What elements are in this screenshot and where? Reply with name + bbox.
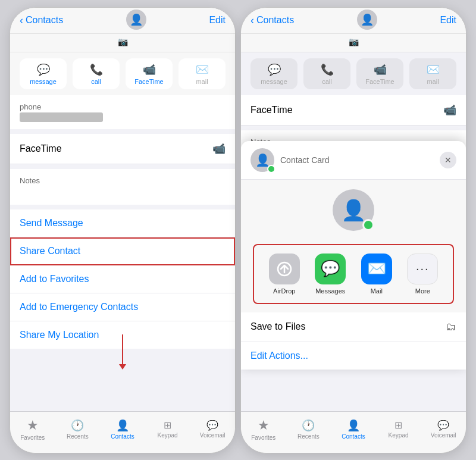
phone-field-label: phone: [20, 102, 226, 111]
nav-avatar-left: 👤: [126, 10, 146, 30]
arrow-line: [122, 334, 123, 364]
camera-icon: 📷: [118, 37, 128, 46]
recents-icon-right: 🕐: [302, 419, 315, 432]
edit-button-left[interactable]: Edit: [209, 15, 226, 26]
share-contact-avatar: 👤: [250, 148, 274, 172]
more-icon: ···: [407, 254, 438, 284]
tab-contacts[interactable]: 👤 Contacts: [100, 419, 145, 440]
action-buttons-right: 💬 message 📞 call 📹 FaceTime ✉️ mail: [241, 52, 466, 95]
close-button[interactable]: ✕: [440, 152, 456, 168]
keypad-label: Keypad: [158, 432, 178, 439]
save-files-row[interactable]: Save to Files 🗂: [241, 312, 466, 342]
send-message-label: Send Message: [20, 218, 83, 228]
airdrop-label: AirDrop: [273, 287, 295, 295]
online-indicator: [267, 165, 275, 173]
favorites-icon: ★: [27, 418, 39, 433]
facetime-button-right[interactable]: 📹 FaceTime: [356, 58, 403, 89]
share-icons-container: AirDrop 💬 Messages ✉️ Mail ··· More: [241, 244, 466, 312]
contacts-label: Contacts: [111, 433, 134, 440]
facetime-label-right-text: FaceTime: [250, 105, 293, 115]
edit-actions-row[interactable]: Edit Actions...: [241, 342, 466, 370]
arrow-annotation: [119, 334, 126, 370]
tab-keypad[interactable]: ⊞ Keypad: [145, 420, 190, 439]
tab-keypad-right[interactable]: ⊞ Keypad: [376, 420, 421, 439]
share-avatar-area: 👤: [241, 189, 466, 238]
mail-button[interactable]: ✉️ mail: [178, 58, 226, 89]
nav-avatar-right: 👤: [357, 10, 377, 30]
save-files-label: Save to Files: [250, 321, 305, 332]
call-button-right[interactable]: 📞 call: [303, 58, 350, 89]
edit-actions-label: Edit Actions...: [250, 351, 308, 361]
facetime-button[interactable]: 📹 FaceTime: [126, 58, 173, 89]
send-message-row[interactable]: Send Message: [10, 209, 235, 237]
facetime-icon-right: 📹: [374, 63, 387, 76]
mail-button-right[interactable]: ✉️ mail: [409, 58, 456, 89]
favorites-icon-right: ★: [258, 418, 270, 433]
airdrop-share-item[interactable]: AirDrop: [266, 254, 303, 295]
arrow-head: [119, 364, 126, 370]
left-phone: ‹ Contacts 👤 Edit 📷 💬 message 📞 call 📹 F…: [10, 7, 236, 453]
share-big-avatar: 👤: [333, 189, 374, 231]
tab-bar-right: ★ Favorites 🕐 Recents 👤 Contacts ⊞ Keypa…: [241, 411, 466, 453]
mail-icon-right: ✉️: [427, 63, 440, 76]
tab-contacts-right[interactable]: 👤 Contacts: [331, 419, 376, 440]
share-contact-label: Share Contact: [20, 246, 80, 256]
message-button[interactable]: 💬 message: [20, 58, 67, 89]
tab-recents[interactable]: 🕐 Recents: [55, 419, 101, 440]
back-button-left[interactable]: ‹ Contacts: [20, 14, 63, 27]
message-label: message: [30, 78, 57, 85]
tab-favorites-right[interactable]: ★ Favorites: [241, 418, 286, 441]
phone-section: phone: [10, 95, 235, 129]
message-button-right[interactable]: 💬 message: [250, 58, 298, 89]
tab-favorites[interactable]: ★ Favorites: [10, 418, 55, 441]
messages-share-item[interactable]: 💬 Messages: [312, 254, 349, 295]
call-icon: 📞: [90, 63, 103, 76]
share-contact-row[interactable]: Share Contact: [10, 237, 235, 265]
facetime-section: FaceTime 📹: [10, 134, 235, 164]
edit-button-right[interactable]: Edit: [440, 15, 456, 26]
add-emergency-label: Add to Emergency Contacts: [20, 302, 138, 312]
call-label-right: call: [322, 78, 332, 85]
facetime-label-right: FaceTime: [365, 78, 394, 85]
voicemail-icon: 💬: [206, 420, 218, 431]
nav-bar-right: ‹ Contacts 👤 Edit: [241, 8, 466, 34]
mail-share-item[interactable]: ✉️ Mail: [358, 254, 395, 295]
back-button-right[interactable]: ‹ Contacts: [250, 14, 294, 27]
mail-share-icon: ✉️: [361, 254, 392, 284]
phone-field-value: [20, 112, 103, 122]
keypad-icon-right: ⊞: [394, 420, 402, 431]
airdrop-icon: [269, 254, 300, 284]
call-label: call: [91, 78, 101, 85]
tab-recents-right[interactable]: 🕐 Recents: [286, 419, 331, 440]
more-share-item[interactable]: ··· More: [405, 254, 441, 295]
camera-edit-area-right: 📷: [241, 34, 466, 52]
facetime-row-right: FaceTime 📹: [241, 95, 466, 126]
messages-icon: 💬: [315, 254, 346, 284]
contacts-label-right: Contacts: [342, 433, 365, 440]
mail-icon: ✉️: [196, 63, 209, 76]
phone-detail-row: phone: [10, 95, 235, 129]
mail-label-right: mail: [427, 78, 439, 85]
more-label: More: [415, 287, 430, 295]
favorites-label-right: Favorites: [251, 434, 275, 441]
camera-icon-right: 📷: [349, 37, 359, 46]
recents-icon: 🕐: [71, 419, 84, 432]
action-buttons-left: 💬 message 📞 call 📹 FaceTime ✉️ mail: [10, 52, 235, 95]
share-sheet: 👤 Contact Card ✕ 👤: [241, 141, 466, 370]
call-button[interactable]: 📞 call: [73, 58, 120, 89]
facetime-section-right: FaceTime 📹: [241, 95, 466, 126]
tab-bar-left: ★ Favorites 🕐 Recents 👤 Contacts ⊞ Keypa…: [10, 411, 235, 453]
call-icon-right: 📞: [321, 63, 334, 76]
recents-label-right: Recents: [298, 433, 320, 440]
facetime-section-label: FaceTime: [20, 143, 62, 154]
add-emergency-row[interactable]: Add to Emergency Contacts: [10, 293, 235, 321]
close-icon: ✕: [444, 155, 452, 165]
message-icon: 💬: [37, 63, 50, 76]
keypad-label-right: Keypad: [389, 432, 409, 439]
message-label-right: message: [261, 78, 287, 85]
tab-voicemail-right[interactable]: 💬 Voicemail: [421, 420, 466, 439]
back-label-right: Contacts: [256, 15, 294, 26]
online-indicator-big: [362, 219, 374, 231]
tab-voicemail[interactable]: 💬 Voicemail: [190, 420, 235, 439]
add-favorites-row[interactable]: Add to Favorites: [10, 265, 235, 293]
